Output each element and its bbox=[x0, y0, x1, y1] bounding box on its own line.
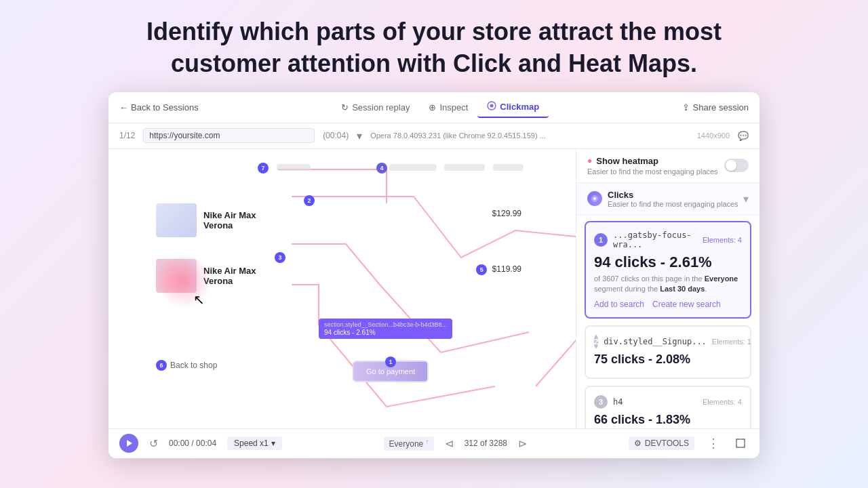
segment-label: Everyone bbox=[389, 439, 424, 449]
player-bar: ↺ 00:00 / 00:04 Speed x1 ▾ Everyone ↑ ⊲ … bbox=[108, 428, 760, 458]
heatmap-desc: Easier to find the most engaging places bbox=[587, 167, 718, 176]
clicks-label-group: Clicks Easier to find the most engaging … bbox=[587, 190, 738, 208]
back-button-label: Back to Sessions bbox=[131, 102, 199, 113]
product-2-container: 3 Nike Air MaxVerona ↖ bbox=[149, 251, 380, 293]
resolution-info: 1440x900 bbox=[697, 131, 730, 140]
url-bar: 1/12 https://yoursite.com (00:04) ▾ Oper… bbox=[108, 123, 760, 149]
result-desc-1: of 3607 clicks on this page in the Every… bbox=[594, 274, 742, 295]
product-1-row: Nike Air MaxVerona bbox=[156, 203, 380, 237]
blurred-bar-2 bbox=[389, 164, 437, 171]
result-stat-1: 94 clicks - 2.61% bbox=[594, 253, 742, 271]
expand-button[interactable] bbox=[732, 435, 749, 451]
back-arrow-icon: ← bbox=[119, 102, 128, 113]
main-content: 7 4 2 Nike Air MaxVerona bbox=[108, 149, 760, 428]
comment-icon: 💬 bbox=[738, 131, 749, 141]
tab-session-replay[interactable]: ↻ Session replay bbox=[332, 98, 419, 117]
headline: Identify which parts of your store attra… bbox=[146, 16, 722, 80]
nav-bar: ← Back to Sessions ↻ Session replay ⊕ In… bbox=[108, 92, 760, 123]
back-to-shop-area: 6 Back to shop bbox=[156, 360, 217, 371]
step-badge-5: 5 bbox=[476, 264, 487, 275]
create-new-search-link[interactable]: Create new search bbox=[652, 300, 721, 309]
share-icon: ⇪ bbox=[682, 102, 690, 113]
product-1-info: Nike Air MaxVerona bbox=[203, 210, 256, 230]
svg-point-1 bbox=[490, 104, 494, 107]
share-session-button[interactable]: ⇪ Share session bbox=[682, 102, 749, 113]
result-selector-3: h4 bbox=[613, 397, 697, 407]
clicks-icon bbox=[587, 191, 602, 206]
result-elements-3[interactable]: Elements: 4 bbox=[703, 398, 742, 406]
result-num-2: 2 bbox=[594, 335, 598, 348]
url-display[interactable]: https://yoursite.com bbox=[143, 128, 315, 143]
app-window: ← Back to Sessions ↻ Session replay ⊕ In… bbox=[108, 92, 760, 458]
replay-icon-bar[interactable]: ↺ bbox=[149, 437, 158, 450]
segment-badge[interactable]: Everyone ↑ bbox=[384, 436, 434, 451]
nav-tabs: ↻ Session replay ⊕ Inspect Clickmap bbox=[204, 97, 677, 118]
inspect-icon: ⊕ bbox=[429, 102, 436, 113]
speed-label: Speed x1 bbox=[234, 439, 269, 448]
result-num-3: 3 bbox=[594, 395, 608, 409]
share-label: Share session bbox=[693, 102, 749, 113]
browser-info: Opera 78.0.4093.231 (like Chrome 92.0.45… bbox=[370, 131, 689, 140]
result-card-2-header: 2 div.styled__Signup... Elements: 1 bbox=[594, 335, 742, 348]
result-stat-3: 66 clicks - 1.83% bbox=[594, 413, 742, 427]
click-tooltip: section.styled__Section...b4bc3e-b-b4d3B… bbox=[319, 319, 452, 339]
play-button[interactable] bbox=[119, 434, 138, 453]
back-to-shop-label: Back to shop bbox=[170, 361, 217, 370]
step-badge-2: 2 bbox=[304, 195, 315, 206]
session-count: 312 of 3288 bbox=[465, 439, 507, 448]
result-card-3[interactable]: 3 h4 Elements: 4 66 clicks - 1.83% bbox=[585, 386, 751, 428]
more-options-button[interactable]: ⋮ bbox=[705, 435, 722, 451]
go-payment-label: Go to payment bbox=[366, 367, 415, 375]
results-list: 1 ...gatsby-focus-wra... Elements: 4 94 … bbox=[576, 216, 760, 428]
heatmap-toggle[interactable] bbox=[724, 159, 749, 172]
session-next-icon[interactable]: ⊳ bbox=[518, 437, 527, 450]
result-elements-2[interactable]: Elements: 1 bbox=[712, 338, 751, 346]
product-1-price: $129.99 bbox=[492, 209, 521, 218]
heatmap-toggle-row: ● Show heatmap Easier to find the most e… bbox=[576, 149, 760, 183]
heatmap-title: Show heatmap bbox=[596, 156, 658, 166]
result-selector-1: ...gatsby-focus-wra... bbox=[613, 230, 697, 249]
add-to-search-link[interactable]: Add to search bbox=[594, 300, 644, 309]
devtools-button[interactable]: ⚙ DEVTOOLS bbox=[629, 436, 694, 450]
cursor-icon: ↖ bbox=[193, 291, 205, 308]
clicks-labels: Clicks Easier to find the most engaging … bbox=[608, 190, 738, 208]
tab-clickmap[interactable]: Clickmap bbox=[477, 97, 549, 118]
clicks-chevron-icon[interactable]: ▾ bbox=[743, 192, 749, 205]
url-dropdown-icon[interactable]: ▾ bbox=[357, 129, 362, 142]
result-actions-1: Add to search Create new search bbox=[594, 300, 742, 309]
step-badge-4-top: 4 bbox=[376, 163, 387, 174]
clickmap-icon bbox=[487, 101, 496, 113]
step-badge-6: 6 bbox=[156, 360, 167, 371]
tooltip-stat: 94 clicks - 2.61% bbox=[324, 329, 447, 336]
result-elements-1[interactable]: Elements: 4 bbox=[703, 236, 742, 244]
blurred-bar-4 bbox=[493, 164, 524, 171]
right-panel: ● Show heatmap Easier to find the most e… bbox=[576, 149, 760, 428]
result-card-2[interactable]: 2 div.styled__Signup... Elements: 1 75 c… bbox=[585, 325, 751, 379]
clickmap-label: Clickmap bbox=[500, 102, 539, 112]
result-card-1[interactable]: 1 ...gatsby-focus-wra... Elements: 4 94 … bbox=[585, 221, 751, 319]
back-to-sessions-button[interactable]: ← Back to Sessions bbox=[119, 102, 199, 113]
step-badge-1: 1 bbox=[385, 357, 396, 367]
clicks-section[interactable]: Clicks Easier to find the most engaging … bbox=[576, 183, 760, 216]
inspect-label: Inspect bbox=[439, 102, 468, 113]
svg-point-4 bbox=[593, 197, 596, 200]
step-badge-7: 7 bbox=[258, 163, 269, 174]
session-prev-icon[interactable]: ⊲ bbox=[445, 437, 454, 450]
devtools-label: DEVTOOLS bbox=[645, 439, 689, 448]
blurred-bar-3 bbox=[444, 164, 485, 171]
canvas-area: 7 4 2 Nike Air MaxVerona bbox=[108, 149, 576, 428]
result-selector-2: div.styled__Signup... bbox=[604, 337, 707, 346]
tooltip-selector: section.styled__Section...b4bc3e-b-b4d3B… bbox=[324, 321, 447, 328]
speed-button[interactable]: Speed x1 ▾ bbox=[227, 436, 282, 450]
result-card-3-header: 3 h4 Elements: 4 bbox=[594, 395, 742, 409]
time-display: 00:00 / 00:04 bbox=[169, 439, 216, 448]
tab-inspect[interactable]: ⊕ Inspect bbox=[419, 98, 477, 117]
session-replay-label: Session replay bbox=[352, 102, 410, 113]
go-to-payment-button[interactable]: 1 Go to payment bbox=[353, 361, 429, 382]
product-1-thumbnail bbox=[156, 203, 197, 237]
result-stat-2: 75 clicks - 2.08% bbox=[594, 352, 742, 367]
devtools-icon: ⚙ bbox=[634, 439, 642, 448]
result-card-1-header: 1 ...gatsby-focus-wra... Elements: 4 bbox=[594, 230, 742, 249]
product-1-container: 2 Nike Air MaxVerona bbox=[149, 195, 380, 237]
speed-chevron-icon: ▾ bbox=[271, 439, 275, 448]
